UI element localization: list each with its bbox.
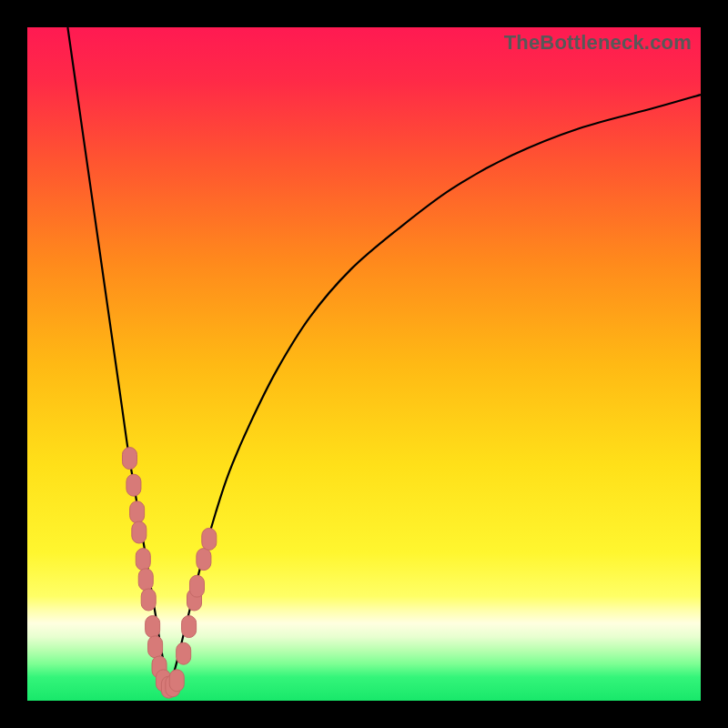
right-branch-curve xyxy=(168,95,701,687)
data-marker xyxy=(138,569,153,591)
data-marker xyxy=(177,642,191,664)
data-marker xyxy=(169,670,184,692)
data-marker xyxy=(182,616,197,638)
outer-frame: TheBottleneck.com xyxy=(0,0,728,728)
data-marker xyxy=(202,528,217,550)
watermark-text: TheBottleneck.com xyxy=(504,31,692,55)
data-marker xyxy=(122,448,136,470)
data-marker xyxy=(189,575,204,597)
data-marker xyxy=(126,474,141,496)
data-marker xyxy=(141,589,156,611)
data-marker xyxy=(132,521,147,543)
curve-layer xyxy=(27,27,701,701)
data-marker xyxy=(197,549,211,571)
data-marker xyxy=(130,501,145,523)
marker-group xyxy=(122,448,216,699)
plot-area: TheBottleneck.com xyxy=(27,27,701,701)
data-marker xyxy=(146,616,160,638)
left-branch-curve xyxy=(67,27,168,687)
data-marker xyxy=(136,549,150,571)
data-marker xyxy=(148,636,163,658)
